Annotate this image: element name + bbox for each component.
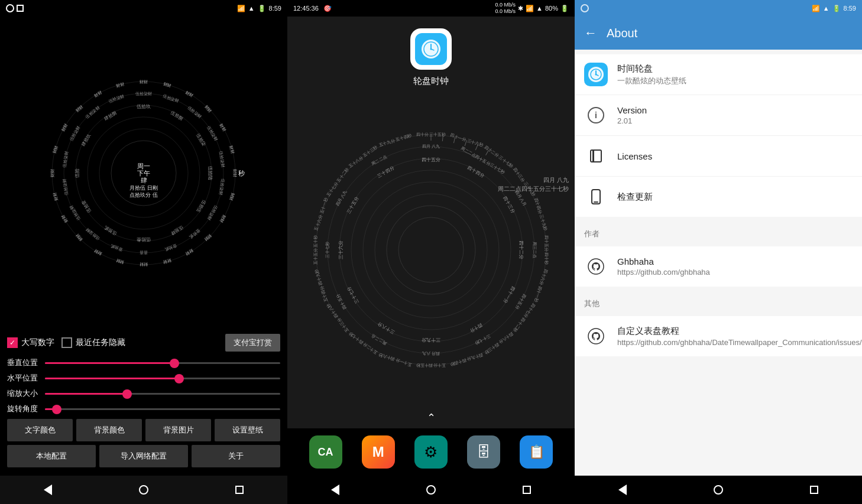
import-network-config-button[interactable]: 导入网络配置 — [99, 445, 188, 467]
status-bar-2-left: 12:45:36 🎯 — [293, 5, 332, 12]
svg-point-141 — [588, 329, 604, 344]
back-button[interactable]: ← — [584, 25, 597, 41]
home-circle-icon-3 — [714, 485, 723, 495]
svg-text:壹拾贰: 壹拾贰 — [189, 228, 201, 239]
horizontal-position-track[interactable] — [45, 378, 280, 379]
recents-square-icon-2 — [523, 486, 531, 494]
wifi-icon-3: 📶 — [812, 5, 820, 12]
svg-text:财财: 财财 — [50, 169, 54, 177]
svg-text:财财: 财财 — [229, 145, 235, 154]
battery-icon-2: 🔋 — [560, 5, 569, 12]
checkbox-recent-box[interactable] — [61, 337, 72, 348]
svg-text:四十五分: 四十五分 — [515, 294, 527, 310]
svg-text:伍拾柒财: 伍拾柒财 — [62, 151, 69, 168]
vertical-position-track[interactable] — [45, 362, 280, 364]
svg-text:四十二分: 四十二分 — [519, 240, 524, 259]
svg-text:三十七分: 三十七分 — [346, 285, 360, 304]
check-update-title: 检查更新 — [617, 191, 853, 203]
svg-point-77 — [387, 206, 475, 294]
recents-nav-button-2[interactable] — [516, 479, 537, 500]
set-wallpaper-button[interactable]: 设置壁纸 — [215, 419, 280, 441]
svg-text:财财: 财财 — [115, 82, 124, 87]
net-speed-display: 0.0 Mb/s 0.0 Mb/s — [495, 2, 516, 15]
scale-track[interactable] — [45, 393, 280, 395]
status-bar-3-left — [581, 4, 589, 12]
app-title-text: 时间轮盘 一款酷炫的动态壁纸 — [617, 63, 853, 86]
svg-rect-139 — [594, 201, 598, 203]
back-nav-button-2[interactable] — [325, 479, 346, 500]
svg-text:四月 八九: 四月 八九 — [422, 144, 440, 149]
svg-text:三十九分: 三十九分 — [422, 337, 440, 343]
battery-icon: 🔋 — [258, 5, 266, 12]
svg-text:伍拾柒财: 伍拾柒财 — [206, 204, 218, 221]
signal-icon: ▲ — [248, 5, 255, 12]
dock-app-notes[interactable]: 📋 — [520, 435, 553, 469]
vertical-fill — [45, 362, 174, 364]
home-nav-button-2[interactable] — [420, 479, 442, 500]
text-color-button[interactable]: 文字颜色 — [7, 419, 73, 441]
svg-text:伍拾壹: 伍拾壹 — [80, 199, 92, 213]
svg-text:财财: 财财 — [229, 192, 235, 201]
svg-text:三十六分: 三十六分 — [338, 240, 343, 259]
svg-text:三十八分: 三十八分 — [377, 321, 396, 335]
svg-point-75 — [363, 182, 499, 318]
svg-point-76 — [375, 194, 487, 306]
back-nav-button-3[interactable] — [612, 479, 633, 500]
dock-app-settings[interactable]: ⚙ — [414, 435, 448, 469]
wifi-icon: 📶 — [237, 5, 245, 12]
horizontal-thumb[interactable] — [174, 374, 184, 383]
scale-slider-row: 缩放大小 — [7, 388, 280, 399]
home-nav-button-3[interactable] — [708, 479, 729, 500]
panel-settings: 📶 ▲ 🔋 8:59 财财 财财 财财 财财 — [0, 0, 287, 504]
dock-app-ca-label: CA — [318, 446, 333, 459]
svg-text:秒: 秒 — [238, 170, 245, 177]
checkbox-recent[interactable]: 最近任务隐藏 — [61, 337, 125, 348]
rotation-track[interactable] — [45, 408, 280, 410]
button-row-2: 本地配置 导入网络配置 关于 — [7, 445, 280, 467]
other-card: 自定义表盘教程 https://github.com/ghbhaha/DateT… — [575, 316, 862, 356]
recents-nav-button[interactable] — [229, 479, 250, 500]
svg-text:伍拾陆: 伍拾陆 — [208, 166, 213, 180]
svg-text:i: i — [595, 110, 597, 120]
svg-text:四十三分: 四十三分 — [502, 196, 516, 214]
svg-text:财财: 财财 — [233, 169, 237, 177]
vertical-thumb[interactable] — [170, 359, 179, 368]
about-button[interactable]: 关于 — [192, 445, 280, 467]
svg-text:壹拾贰: 壹拾贰 — [110, 243, 123, 252]
checkbox-uppercase-box[interactable]: ✓ — [7, 337, 18, 348]
svg-text:财财: 财财 — [219, 122, 226, 132]
dock-app-db[interactable]: 🗄 — [467, 435, 500, 469]
bottom-drawer[interactable]: ⌃ — [287, 407, 575, 428]
tutorial-item[interactable]: 自定义表盘教程 https://github.com/ghbhaha/DateT… — [575, 316, 862, 356]
svg-text:下午: 下午 — [137, 170, 150, 177]
local-config-button[interactable]: 本地配置 — [7, 445, 96, 467]
svg-text:伍拾柒财: 伍拾柒财 — [206, 125, 218, 141]
dock-app-ca[interactable]: CA — [309, 435, 342, 469]
home-nav-button[interactable] — [133, 479, 154, 500]
author-item[interactable]: Ghbhaha https://github.com/ghbhaha — [575, 246, 862, 287]
svg-text:伍拾柒财: 伍拾柒财 — [62, 178, 69, 195]
licenses-item[interactable]: Licenses — [575, 136, 862, 177]
recents-square-icon-3 — [810, 486, 818, 494]
dock-app-m[interactable]: M — [362, 435, 395, 469]
version-item[interactable]: i Version 2.01 — [575, 95, 862, 136]
rotation-label: 旋转角度 — [7, 404, 40, 414]
recents-nav-button-3[interactable] — [803, 479, 825, 500]
svg-text:点拾玖分 伍: 点拾玖分 伍 — [129, 192, 158, 198]
bg-color-button[interactable]: 背景颜色 — [76, 419, 142, 441]
bg-image-button[interactable]: 背景图片 — [145, 419, 211, 441]
rotation-thumb[interactable] — [52, 405, 61, 414]
svg-text:伍拾玖: 伍拾玖 — [137, 104, 151, 109]
info-circle-icon: i — [588, 107, 604, 123]
scale-thumb[interactable] — [122, 389, 132, 399]
circle-icon-3 — [581, 4, 589, 12]
svg-text:四月 八九: 四月 八九 — [335, 190, 348, 207]
battery-icon-3: 🔋 — [832, 5, 841, 12]
checkbox-uppercase[interactable]: ✓ 大写数字 — [7, 337, 54, 348]
back-nav-button[interactable] — [37, 479, 59, 500]
app-icon-wrapper — [410, 28, 452, 70]
check-update-item[interactable]: 检查更新 — [575, 177, 862, 217]
version-title: Version — [617, 105, 853, 115]
alipay-button[interactable]: 支付宝打赏 — [225, 334, 280, 352]
app-icon-inner — [415, 33, 447, 65]
